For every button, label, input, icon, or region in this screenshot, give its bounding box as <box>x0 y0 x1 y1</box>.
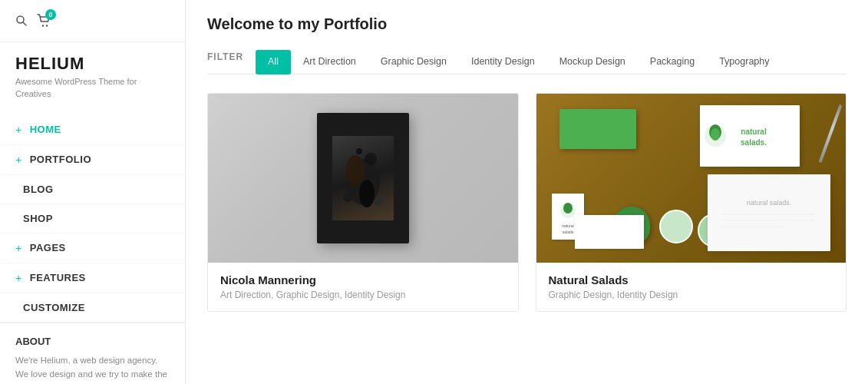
svg-point-8 <box>343 193 352 202</box>
brand-tagline: Awesome WordPress Theme for Creatives <box>15 76 170 100</box>
filter-btn-identity-design[interactable]: Identity Design <box>459 50 547 74</box>
main-nav: + HOME + PORTFOLIO BLOG SHOP + PAGES + F… <box>0 115 185 323</box>
svg-text:natural: natural <box>741 127 767 136</box>
nav-item-shop[interactable]: SHOP <box>0 204 185 233</box>
card-image-natural-salads: natural salads. <box>536 94 847 263</box>
svg-point-5 <box>346 155 365 186</box>
plus-icon: + <box>15 272 22 284</box>
card-info-natural-salads: Natural Salads Graphic Design, Identity … <box>536 263 847 311</box>
sidebar-icons: 0 <box>15 14 51 31</box>
plus-icon: + <box>15 154 22 166</box>
nav-item-features[interactable]: + FEATURES <box>0 263 185 293</box>
brand-section: HELIUM Awesome WordPress Theme for Creat… <box>0 42 185 108</box>
filter-btn-packaging[interactable]: Packaging <box>638 50 707 74</box>
svg-point-17 <box>563 203 573 214</box>
main-content: Welcome to my Portfolio FILTER All Art D… <box>186 0 868 384</box>
cart-badge: 0 <box>45 9 56 20</box>
page-title: Welcome to my Portfolio <box>207 15 847 33</box>
nav-item-customize[interactable]: CUSTOMIZE <box>0 293 185 323</box>
about-title: ABOUT <box>15 336 170 347</box>
filter-label: FILTER <box>207 51 243 73</box>
search-icon[interactable] <box>15 15 28 30</box>
cart-icon[interactable]: 0 <box>37 14 51 31</box>
svg-text:natural salads.: natural salads. <box>747 199 792 207</box>
svg-text:natural: natural <box>562 223 573 228</box>
plus-icon: + <box>15 242 22 254</box>
about-text: We're Helium, a web design agency. We lo… <box>15 353 170 384</box>
svg-point-10 <box>356 148 362 154</box>
card-title-natural-salads: Natural Salads <box>549 273 834 286</box>
card-subtitle-natural-salads: Graphic Design, Identity Design <box>549 290 834 300</box>
svg-text:salads.: salads. <box>741 138 767 147</box>
svg-point-9 <box>375 197 382 205</box>
nav-item-blog[interactable]: BLOG <box>0 175 185 204</box>
nav-item-home[interactable]: + HOME <box>0 115 185 145</box>
book-mockup <box>317 113 409 243</box>
sidebar-top-bar: 0 <box>0 0 185 42</box>
filter-bar: FILTER All Art Direction Graphic Design … <box>207 50 847 74</box>
filter-btn-art-direction[interactable]: Art Direction <box>291 50 368 74</box>
card-subtitle-nicola: Art Direction, Graphic Design, Identity … <box>220 290 506 300</box>
filter-btn-all[interactable]: All <box>256 50 291 74</box>
about-section: ABOUT We're Helium, a web design agency.… <box>0 323 185 384</box>
filter-btn-graphic-design[interactable]: Graphic Design <box>368 50 459 74</box>
svg-line-1 <box>23 22 26 25</box>
card-image-nicola <box>208 94 518 263</box>
portfolio-card-natural-salads[interactable]: natural salads. <box>536 93 847 312</box>
card-title-nicola: Nicola Mannering <box>220 273 506 286</box>
sidebar: 0 HELIUM Awesome WordPress Theme for Cre… <box>0 0 186 384</box>
svg-point-6 <box>365 153 377 165</box>
svg-point-2 <box>42 25 44 26</box>
svg-point-7 <box>359 180 375 207</box>
portfolio-card-nicola[interactable]: Nicola Mannering Art Direction, Graphic … <box>207 93 519 312</box>
brand-name: HELIUM <box>15 55 170 73</box>
svg-point-3 <box>46 25 48 26</box>
card-info-nicola: Nicola Mannering Art Direction, Graphic … <box>208 263 518 311</box>
nav-item-portfolio[interactable]: + PORTFOLIO <box>0 145 185 175</box>
natural-salads-items: natural salads. <box>536 94 847 263</box>
plus-icon: + <box>15 124 22 136</box>
svg-point-15 <box>711 128 720 141</box>
filter-btn-mockup-design[interactable]: Mockup Design <box>547 50 638 74</box>
nav-item-pages[interactable]: + PAGES <box>0 233 185 263</box>
portfolio-grid: Nicola Mannering Art Direction, Graphic … <box>207 93 847 312</box>
filter-btn-typography[interactable]: Typography <box>707 50 781 74</box>
svg-text:salads: salads <box>562 230 573 234</box>
